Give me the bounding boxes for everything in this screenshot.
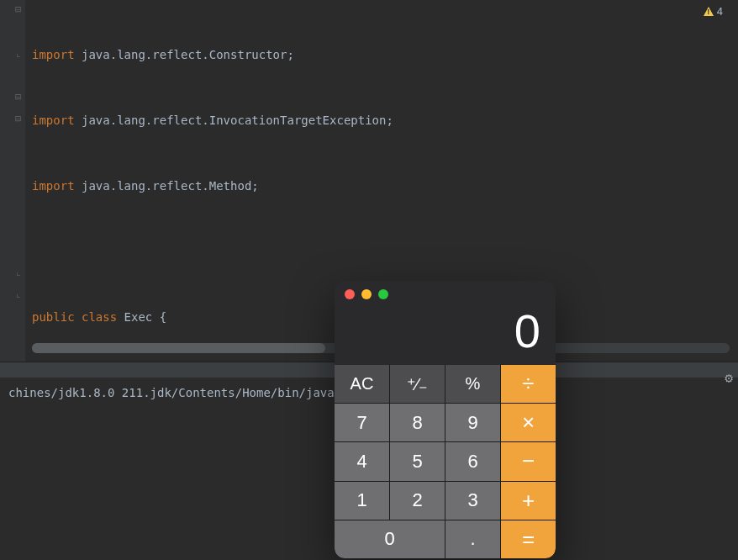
calc-keypad: AC ⁺⁄₋ % ÷ 7 8 9 × 4 5 6 − 1 2 3 + 0 . = [335, 365, 556, 558]
key-9[interactable]: 9 [445, 404, 500, 441]
zoom-icon[interactable] [378, 289, 388, 299]
key-plus-minus[interactable]: ⁺⁄₋ [390, 365, 445, 403]
fold-end-icon: ⌞ [15, 289, 24, 298]
minimize-icon[interactable] [361, 289, 372, 299]
kw-public-class: public class [32, 310, 124, 324]
fold-toggle-icon[interactable]: ⊟ [15, 92, 24, 101]
fold-column: ⊟ ⌞ ⊟ ⊟ ⌞ ⌞ [14, 0, 26, 362]
key-multiply[interactable]: × [501, 404, 556, 441]
class-name: Exec [124, 310, 153, 324]
scrollbar-thumb[interactable] [32, 343, 325, 353]
key-percent[interactable]: % [445, 365, 500, 403]
gear-icon[interactable]: ⚙ [725, 370, 733, 386]
import-path: java.lang.reflect.Constructor; [82, 48, 294, 61]
fold-toggle-icon[interactable]: ⊟ [15, 114, 24, 123]
key-0[interactable]: 0 [335, 520, 445, 558]
key-5[interactable]: 5 [390, 442, 445, 480]
calculator-window[interactable]: 0 AC ⁺⁄₋ % ÷ 7 8 9 × 4 5 6 − 1 2 3 + 0 .… [335, 281, 556, 558]
key-1[interactable]: 1 [335, 482, 389, 520]
key-4[interactable]: 4 [335, 442, 389, 480]
kw-import: import [32, 179, 75, 193]
window-controls [345, 289, 388, 299]
key-equals[interactable]: = [501, 520, 556, 558]
key-decimal[interactable]: . [445, 520, 500, 558]
brace: { [152, 310, 166, 324]
key-ac[interactable]: AC [335, 365, 389, 403]
key-divide[interactable]: ÷ [501, 365, 556, 403]
key-6[interactable]: 6 [445, 442, 500, 480]
kw-import: import [32, 48, 75, 61]
calc-display: 0 [350, 306, 540, 357]
key-7[interactable]: 7 [335, 404, 389, 441]
key-8[interactable]: 8 [390, 404, 445, 441]
kw-import: import [32, 114, 75, 127]
close-icon[interactable] [345, 289, 355, 299]
key-add[interactable]: + [501, 482, 556, 520]
import-path: java.lang.reflect.InvocationTargetExcept… [82, 114, 393, 127]
import-path: java.lang.reflect.Method; [82, 179, 259, 193]
fold-toggle-icon[interactable]: ⊟ [15, 5, 24, 13]
fold-end-icon: ⌞ [15, 49, 24, 57]
key-3[interactable]: 3 [445, 482, 500, 520]
console-line: chines/jdk1.8.0_211.jdk/Contents/Home/bi… [8, 386, 335, 399]
fold-end-icon: ⌞ [15, 267, 24, 276]
key-subtract[interactable]: − [501, 442, 556, 480]
key-2[interactable]: 2 [390, 482, 445, 520]
